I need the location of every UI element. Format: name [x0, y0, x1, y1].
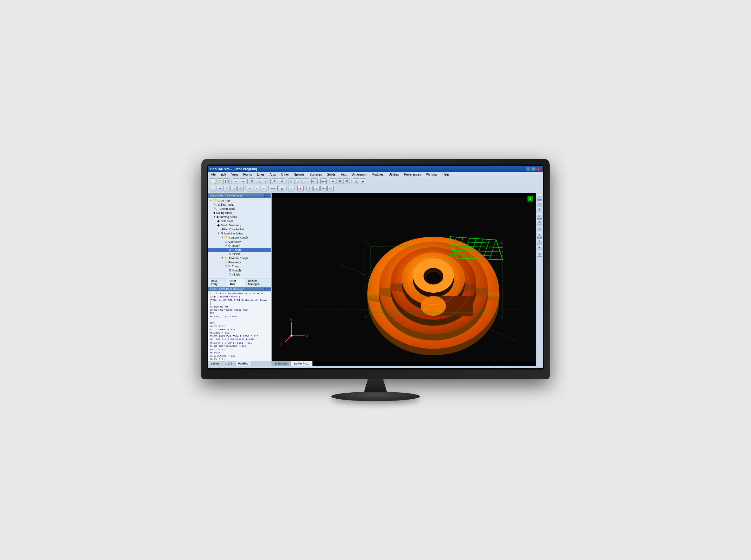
- dimension-button[interactable]: ⟺: [270, 186, 276, 192]
- nc-code-display[interactable]: O1 (FILE LATHE PROGRAM.NC SL25-MC MOI (J…: [208, 292, 271, 361]
- zoom-all-button[interactable]: ⊞: [249, 178, 255, 184]
- view-side[interactable]: ⊢: [321, 186, 327, 192]
- tree-item-finish-2[interactable]: ⚙ Finish: [208, 273, 271, 277]
- redo-button[interactable]: ↪: [240, 178, 246, 184]
- tree-item-cam-part[interactable]: ▼ 📁 CAM Part: [208, 198, 271, 202]
- menu-modules[interactable]: Modules: [371, 173, 385, 176]
- rt-pan[interactable]: ✥: [537, 206, 542, 212]
- hatch-button[interactable]: ▨: [279, 186, 285, 192]
- simulate-button[interactable]: ▶: [360, 178, 366, 184]
- tree-item-turning-stock[interactable]: ▼ ■ Turning Stock: [208, 215, 271, 219]
- view-front[interactable]: ⊥: [313, 186, 320, 192]
- accept-button[interactable]: ✓: [527, 196, 533, 202]
- tree-item-machine-setup[interactable]: ▼ ⚙ Machine Setup: [208, 231, 271, 235]
- tree-item-feature-rough-2[interactable]: ▼ 📁 Feature Rough: [208, 256, 271, 260]
- tree-item-geometry-2[interactable]: ◇ Geometry: [208, 260, 271, 264]
- menu-other[interactable]: Other: [280, 173, 290, 176]
- circle-button[interactable]: ○: [302, 178, 308, 184]
- tree-item-rough-2[interactable]: ▼ ⚙ Rough: [208, 264, 271, 268]
- snap-button[interactable]: ⊕: [330, 178, 336, 184]
- tree-item-finish-1[interactable]: ⚙ Finish: [208, 252, 271, 256]
- ortho-button[interactable]: ⊟: [344, 178, 350, 184]
- panel-pin-button[interactable]: −: [264, 194, 266, 197]
- rt-zoom-fit[interactable]: ⊞: [537, 219, 542, 225]
- rt-snap[interactable]: ⊕: [537, 244, 542, 250]
- viewport[interactable]: X Y Z ✓ BobCAD1 Lathe Pro: [272, 193, 536, 366]
- font-button[interactable]: Aa▾: [321, 178, 327, 184]
- rt-settings[interactable]: ⚙: [537, 251, 542, 257]
- extend-button[interactable]: ↔: [254, 186, 260, 192]
- new-button[interactable]: 📄: [210, 178, 216, 184]
- viewport-tab-lathe[interactable]: Lathe Pro..: [291, 361, 312, 366]
- trim-button[interactable]: ✂: [247, 186, 253, 192]
- tree-item-milling-stock[interactable]: ■ Milling Stock: [208, 211, 271, 215]
- rt-wireframe[interactable]: ⬡: [537, 225, 542, 231]
- tree-item-soft-steel[interactable]: ◆ Soft Steel: [208, 219, 271, 223]
- tree-item-feature-rough-1[interactable]: ▼ 📁 Feature Rough: [208, 235, 271, 240]
- zoom-in-button[interactable]: 🔍: [256, 178, 262, 184]
- menu-window[interactable]: Window: [425, 173, 439, 176]
- menu-points[interactable]: Points: [242, 173, 253, 176]
- menu-solids[interactable]: Solids: [326, 173, 336, 176]
- draw-point[interactable]: ·: [210, 186, 216, 192]
- all-dropdown[interactable]: ALL▾: [311, 178, 317, 184]
- close-button[interactable]: ×: [536, 167, 541, 171]
- tab-cam-tree[interactable]: CAM Tree: [227, 278, 245, 287]
- open-button[interactable]: 📂: [216, 178, 223, 184]
- draw-line[interactable]: ━: [216, 186, 223, 192]
- tree-item-fanuc[interactable]: 📄 FANUC LathePat: [208, 227, 271, 231]
- tree-item-milling-tools[interactable]: 🔧 Milling Tools: [208, 202, 271, 206]
- grid-button[interactable]: ⊞: [336, 178, 343, 184]
- tree-item-turning-tools[interactable]: 🔧 Turning Tools: [208, 206, 271, 211]
- panel-close-button[interactable]: ×: [267, 194, 269, 197]
- tab-posting[interactable]: Posting: [235, 361, 251, 366]
- tree-item-geometry-1[interactable]: ◇ Geometry: [208, 240, 271, 244]
- line-button[interactable]: ╱: [295, 178, 302, 184]
- menu-view[interactable]: View: [230, 173, 239, 176]
- cam-button[interactable]: 🔩: [353, 178, 359, 184]
- undo-button[interactable]: ↩: [233, 178, 239, 184]
- draw-rect[interactable]: □: [231, 186, 237, 192]
- draw-arc[interactable]: ⌒: [224, 186, 230, 192]
- menu-text[interactable]: Text: [340, 173, 347, 176]
- rt-select[interactable]: ↖: [537, 194, 542, 200]
- rt-shaded[interactable]: ●: [537, 232, 542, 238]
- menu-preferences[interactable]: Preferences: [403, 173, 422, 176]
- menu-edit[interactable]: Edit: [220, 173, 227, 176]
- view-top[interactable]: ⊤: [307, 186, 313, 192]
- view-iso[interactable]: ⬡: [327, 186, 334, 192]
- save-button[interactable]: 💾: [224, 178, 230, 184]
- rt-rotate[interactable]: ↻: [537, 213, 542, 219]
- tab-layers[interactable]: Layers: [208, 361, 222, 366]
- tree-item-rough-selected[interactable]: ⚙ Rough: [208, 248, 271, 252]
- draw-poly[interactable]: ⬡: [237, 186, 244, 192]
- select-button[interactable]: ↖: [288, 178, 294, 184]
- pan-button[interactable]: ✥: [279, 178, 285, 184]
- tab-i-ucs[interactable]: I-UCS: [222, 361, 235, 366]
- menu-arcs[interactable]: Arcs: [269, 173, 277, 176]
- zoom-out-button[interactable]: 🔎: [263, 178, 269, 184]
- rt-lights[interactable]: ☀: [537, 238, 542, 244]
- red-dot[interactable]: ●: [297, 186, 304, 192]
- maximize-button[interactable]: □: [531, 167, 536, 171]
- layer-button[interactable]: ≡: [288, 186, 294, 192]
- menu-lines[interactable]: Lines: [256, 173, 266, 176]
- menu-splines[interactable]: Splines: [293, 173, 306, 176]
- viewport-tab-bobcad[interactable]: BobCAD1: [272, 361, 291, 366]
- tree-item-rough-parent[interactable]: ▼ ⚙ Rough: [208, 244, 271, 248]
- rotate-button[interactable]: ↻: [272, 178, 278, 184]
- nc-panel-close[interactable]: ×: [267, 288, 269, 291]
- tab-bobart-manager[interactable]: BobArt Manager: [245, 278, 271, 287]
- nc-panel-pin[interactable]: −: [264, 288, 266, 291]
- tab-data-entry[interactable]: Data Entry: [208, 278, 227, 287]
- menu-help[interactable]: Help: [441, 173, 450, 176]
- rt-zoom[interactable]: 🔍: [537, 200, 542, 206]
- tree-item-rough-2b[interactable]: ⚙ Rough: [208, 268, 271, 273]
- menu-utilities[interactable]: Utilities: [388, 173, 400, 176]
- offset-button[interactable]: ≡: [261, 186, 267, 192]
- tree-item-stock-geometry[interactable]: ◆ Stock Geometry: [208, 223, 271, 227]
- menu-surfaces[interactable]: Surfaces: [308, 173, 323, 176]
- menu-dimension[interactable]: Dimension: [350, 173, 367, 176]
- minimize-button[interactable]: −: [526, 167, 531, 171]
- menu-file[interactable]: File: [210, 173, 216, 176]
